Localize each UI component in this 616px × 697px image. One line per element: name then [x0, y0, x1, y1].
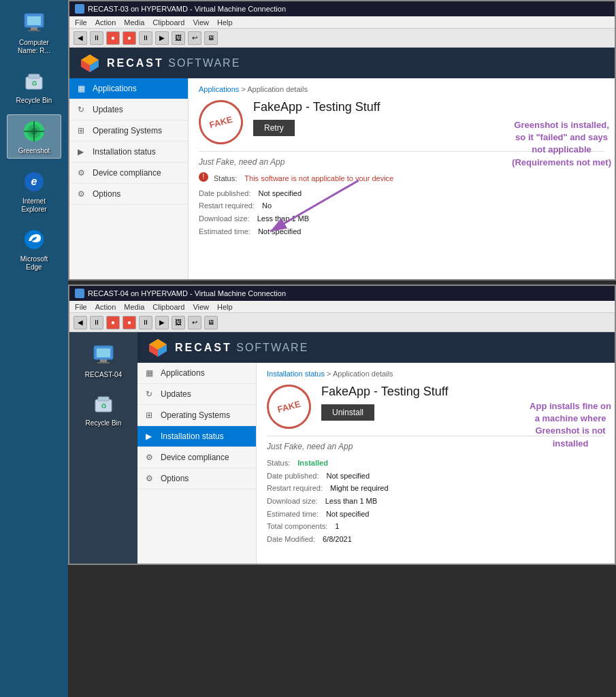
- app-title-vm2: FakeApp - Testing Stuff: [321, 385, 604, 399]
- toolbar-play-vm2[interactable]: ▶: [155, 316, 169, 329]
- svg-rect-22: [100, 359, 107, 362]
- menu-view-vm2[interactable]: View: [193, 303, 209, 311]
- menu-action-vm2[interactable]: Action: [95, 303, 116, 311]
- time-row-vm1: Estimated time: Not specified: [199, 225, 604, 238]
- nav-updates-icon-vm2: ↻: [146, 389, 155, 399]
- components-row-vm2: Total components: 1: [267, 520, 604, 533]
- download-value-vm2: Less than 1 MB: [325, 495, 377, 508]
- toolbar-pause2-vm2[interactable]: ⏸: [139, 316, 152, 329]
- ie-icon[interactable]: e InternetExplorer: [7, 165, 61, 216]
- nav-options-icon-vm2: ⚙: [146, 474, 155, 483]
- date-value-vm2: Not specified: [327, 470, 370, 483]
- vm2-desktop-sidebar: RECAST-04 ♻ Recycle Bin: [69, 332, 137, 564]
- nav-device-vm1[interactable]: ⚙ Device compliance: [69, 163, 188, 184]
- modified-label-vm2: Date Modified:: [267, 533, 315, 546]
- desktop-sidebar-vm1: ComputerName: R... ♻ Recycle Bin: [0, 0, 68, 697]
- nav-updates-vm2[interactable]: ↻ Updates: [137, 384, 256, 405]
- recast-logo-vm2: [148, 338, 168, 358]
- toolbar-img-vm2[interactable]: 🖼: [172, 316, 185, 329]
- software-center-vm1: RECAST SOFTWARE ▦ Applications ↻ Updates: [69, 48, 615, 279]
- nav-os-label-vm1: Operating Systems: [93, 126, 162, 135]
- status-row-vm2: Status: Installed: [267, 457, 604, 470]
- toolbar-extra-vm1[interactable]: 🖥: [204, 31, 218, 45]
- vm1-icon: [75, 4, 84, 14]
- toolbar-back-vm1[interactable]: ◀: [74, 31, 87, 45]
- vm2-body: RECAST-04 ♻ Recycle Bin: [69, 332, 615, 564]
- computer-label: ComputerName: R...: [18, 39, 50, 55]
- app-details-vm2: Status: Installed Date published: Not sp…: [267, 457, 604, 546]
- edge-icon[interactable]: MicrosoftEdge: [7, 223, 61, 274]
- svg-text:♻: ♻: [31, 80, 37, 87]
- menu-action-vm1[interactable]: Action: [95, 18, 116, 27]
- nav-install-vm2[interactable]: ▶ Installation status: [137, 426, 256, 447]
- toolbar-back-vm2[interactable]: ◀: [74, 316, 87, 329]
- nav-options-vm2[interactable]: ⚙ Options: [137, 468, 256, 489]
- menu-help-vm2[interactable]: Help: [217, 303, 233, 311]
- menu-view-vm1[interactable]: View: [193, 18, 209, 27]
- menu-media-vm1[interactable]: Media: [124, 18, 144, 27]
- uninstall-button-vm2[interactable]: Uninstall: [321, 404, 374, 421]
- menu-clipboard-vm1[interactable]: Clipboard: [152, 18, 184, 27]
- nav-device-icon-vm1: ⚙: [78, 168, 87, 178]
- toolbar-extra-vm2[interactable]: 🖥: [204, 316, 218, 329]
- nav-app-icon-vm2: ▦: [146, 368, 155, 378]
- sc-main-vm2: Installation status > Application detail…: [257, 363, 615, 564]
- toolbar-pause-vm2[interactable]: ⏸: [90, 316, 103, 329]
- toolbar-img-vm1[interactable]: 🖼: [172, 31, 185, 45]
- menu-file-vm1[interactable]: File: [75, 18, 87, 27]
- nav-os-icon-vm1: ⊞: [78, 126, 87, 135]
- toolbar-stop2-vm2[interactable]: ●: [123, 316, 136, 329]
- nav-device-vm2[interactable]: ⚙ Device compliance: [137, 447, 256, 468]
- toolbar-pause2-vm1[interactable]: ⏸: [139, 31, 152, 45]
- nav-os-vm2[interactable]: ⊞ Operating Systems: [137, 405, 256, 426]
- date-row-vm2: Date published: Not specified: [267, 470, 604, 483]
- date-label-vm1: Date published:: [199, 187, 250, 200]
- recycle-icon-vm1[interactable]: ♻ Recycle Bin: [7, 65, 61, 108]
- nav-applications-vm2[interactable]: ▦ Applications: [137, 363, 256, 384]
- annotation-vm1: Greenshot is installed,so it "failed" an…: [512, 119, 611, 169]
- svg-point-14: [25, 230, 44, 249]
- nav-updates-vm1[interactable]: ↻ Updates: [69, 99, 188, 120]
- nav-options-vm1[interactable]: ⚙ Options: [69, 184, 188, 205]
- nav-applications-vm1[interactable]: ▦ Applications: [69, 78, 188, 99]
- nav-os-vm1[interactable]: ⊞ Operating Systems: [69, 120, 188, 142]
- toolbar-stop-vm2[interactable]: ●: [106, 316, 120, 329]
- menu-media-vm2[interactable]: Media: [124, 303, 144, 311]
- download-row-vm2: Download size: Less than 1 MB: [267, 495, 604, 508]
- breadcrumb-sep-vm2: >: [327, 370, 333, 378]
- svg-rect-5: [29, 74, 39, 78]
- toolbar-undo-vm1[interactable]: ↩: [188, 31, 201, 45]
- status-label-vm1: Status:: [214, 172, 237, 185]
- greenshot-icon[interactable]: Greenshot: [7, 114, 61, 159]
- menu-file-vm2[interactable]: File: [75, 303, 87, 311]
- breadcrumb-link-vm1[interactable]: Applications: [199, 85, 239, 93]
- toolbar-undo-vm2[interactable]: ↩: [188, 316, 201, 329]
- toolbar-stop-vm1[interactable]: ●: [106, 31, 120, 45]
- error-icon-vm1: !: [199, 172, 208, 182]
- menu-help-vm1[interactable]: Help: [217, 18, 233, 27]
- nav-install-icon-vm2: ▶: [146, 432, 155, 441]
- svg-text:♻: ♻: [101, 402, 107, 410]
- time-value-vm1: Not specified: [258, 225, 302, 238]
- computer-icon[interactable]: ComputerName: R...: [7, 7, 61, 58]
- breadcrumb-link-vm2[interactable]: Installation status: [267, 370, 325, 378]
- annotation-vm2: App installs fine ona machine whereGreen…: [530, 400, 611, 450]
- sc-brand-vm1: RECAST SOFTWARE: [107, 57, 240, 69]
- toolbar-play-vm1[interactable]: ●: [123, 31, 136, 45]
- sc-brand-vm2: RECAST SOFTWARE: [175, 342, 308, 354]
- nav-install-label-vm1: Installation status: [93, 147, 156, 157]
- nav-applications-icon-vm1: ▦: [78, 84, 87, 93]
- svg-rect-23: [97, 362, 110, 363]
- recycle-label-vm2: Recycle Bin: [86, 419, 122, 427]
- nav-install-vm1[interactable]: ▶ Installation status: [69, 142, 188, 163]
- toolbar-pause-vm1[interactable]: ⏸: [90, 31, 103, 45]
- toolbar-play2-vm1[interactable]: ▶: [155, 31, 169, 45]
- recast04-computer-icon[interactable]: RECAST-04: [76, 339, 131, 382]
- breadcrumb-sep-vm1: >: [241, 85, 247, 93]
- retry-button-vm1[interactable]: Retry: [253, 120, 295, 136]
- vm1-window: RECAST-03 on HYPERVAMD - Virtual Machine…: [68, 0, 616, 280]
- status-row-vm1: ! Status: This software is not applicabl…: [199, 172, 604, 185]
- svg-rect-2: [31, 27, 37, 30]
- recycle-vm2[interactable]: ♻ Recycle Bin: [76, 387, 131, 430]
- menu-clipboard-vm2[interactable]: Clipboard: [152, 303, 184, 311]
